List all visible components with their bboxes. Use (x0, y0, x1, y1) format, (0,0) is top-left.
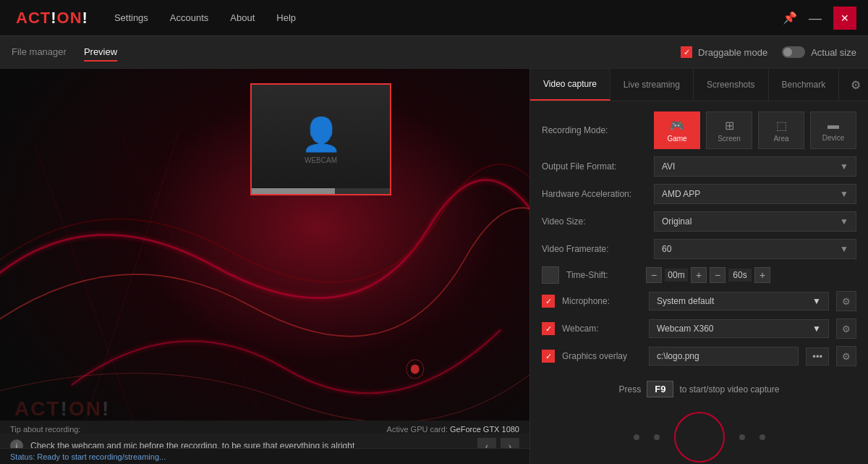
tip-label: Tip about recording: (10, 425, 80, 434)
timeshift-m-minus[interactable]: − (646, 267, 662, 283)
graphics-overlay-row: Graphics overlay c:\logo.png ••• ⚙ (542, 346, 856, 366)
draggable-mode-label: Draggable mode (681, 46, 767, 58)
nav-menu: Settings Accounts About Help (114, 12, 296, 23)
timeshift-label: Time-Shift: (566, 270, 639, 280)
preview-panel: 👤 WEBCAM ACT!ON! Tip about recording: Ac… (0, 69, 529, 464)
video-size-label: Video Size: (542, 216, 647, 227)
gpu-info: Active GPU card: GeForce GTX 1080 (387, 425, 519, 434)
indicator-dot-2 (654, 434, 660, 440)
hardware-accel-arrow: ▼ (840, 189, 848, 199)
microphone-checkbox[interactable] (542, 295, 555, 308)
timeshift-s-value: 60s (728, 269, 752, 282)
microphone-row: Microphone: System default ▼ ⚙ (542, 291, 856, 311)
webcam-settings-button[interactable]: ⚙ (836, 319, 856, 339)
hotkey-key-badge[interactable]: F9 (647, 381, 673, 397)
graphics-overlay-checkbox[interactable] (542, 350, 555, 363)
timeshift-controls: − 00m + − 60s + (646, 267, 770, 283)
graphics-overlay-label: Graphics overlay (562, 351, 642, 361)
toolbar-right: Draggable mode Actual size (681, 46, 856, 58)
nav-settings[interactable]: Settings (114, 12, 148, 23)
video-size-dropdown[interactable]: Original ▼ (654, 211, 856, 232)
status-bar: Status: Ready to start recording/streami… (0, 448, 529, 464)
timeshift-s-plus[interactable]: + (754, 267, 770, 283)
output-format-arrow: ▼ (840, 161, 848, 172)
mode-game-btn[interactable]: 🎮 Game (654, 111, 700, 149)
minimize-button[interactable]: — (809, 12, 822, 25)
screen-icon: ⊞ (725, 119, 734, 132)
right-tabs: Video capture Live streaming Screenshots… (530, 69, 868, 101)
close-button[interactable]: ✕ (833, 7, 856, 30)
file-manager-btn[interactable]: File manager (12, 43, 67, 62)
nav-help[interactable]: Help (276, 12, 296, 23)
draggable-mode-text: Draggable mode (698, 47, 767, 58)
output-format-value: AVI (662, 161, 675, 172)
game-icon: 🎮 (670, 119, 684, 132)
hardware-accel-dropdown[interactable]: AMD APP ▼ (654, 184, 856, 204)
timeshift-row: Time-Shift: − 00m + − 60s + (542, 266, 856, 284)
hotkey-row: Press F9 to start/stop video capture (542, 374, 856, 405)
status-text: Status: Ready to start recording/streami… (10, 452, 166, 461)
tab-screenshots[interactable]: Screenshots (694, 69, 769, 101)
microphone-label: Microphone: (562, 296, 642, 306)
output-format-dropdown[interactable]: AVI ▼ (654, 156, 856, 177)
recording-mode-label: Recording Mode: (542, 125, 647, 135)
webcam-row: Webcam: Webcam X360 ▼ ⚙ (542, 319, 856, 339)
webcam-label: Webcam: (562, 324, 642, 334)
video-framerate-row: Video Framerate: 60 ▼ (542, 239, 856, 259)
toolbar: File manager Preview Draggable mode Actu… (0, 36, 868, 69)
tab-benchmark[interactable]: Benchmark (769, 69, 840, 101)
mode-area-btn[interactable]: ⬚ Area (758, 111, 804, 149)
timeshift-toggle[interactable] (542, 266, 559, 284)
output-format-row: Output File Format: AVI ▼ (542, 156, 856, 177)
nav-accounts[interactable]: Accounts (170, 12, 208, 23)
tab-live-streaming[interactable]: Live streaming (610, 69, 694, 101)
preview-btn[interactable]: Preview (84, 43, 117, 62)
graphics-overlay-browse-button[interactable]: ••• (806, 347, 829, 366)
mode-area-label: Area (773, 135, 788, 143)
webcam-dropdown[interactable]: Webcam X360 ▼ (649, 319, 829, 338)
webcam-preview-box[interactable]: 👤 WEBCAM (250, 83, 391, 195)
hardware-accel-row: Hardware Acceleration: AMD APP ▼ (542, 184, 856, 204)
webcam-person-image: 👤 WEBCAM (252, 85, 390, 194)
main-area: 👤 WEBCAM ACT!ON! Tip about recording: Ac… (0, 69, 868, 464)
top-nav: ACT!ON! Settings Accounts About Help 📌 —… (0, 0, 868, 36)
webcam-value: Webcam X360 (657, 324, 714, 334)
indicator-dot-1 (634, 434, 639, 440)
hotkey-action-text: to start/stop video capture (679, 384, 779, 395)
webcam-checkbox[interactable] (542, 322, 555, 335)
area-icon: ⬚ (776, 119, 787, 132)
action-watermark: ACT!ON! (14, 397, 110, 421)
pin-icon[interactable]: 📌 (783, 11, 797, 25)
timeshift-s-minus[interactable]: − (710, 267, 726, 283)
gpu-name: GeForce GTX 1080 (450, 425, 519, 434)
actual-size-label: Actual size (782, 46, 856, 58)
right-content: Recording Mode: 🎮 Game ⊞ Screen ⬚ Area (530, 101, 868, 464)
device-icon: ▬ (827, 119, 839, 132)
app-logo: ACT!ON! (12, 7, 93, 29)
microphone-dropdown[interactable]: System default ▼ (649, 292, 829, 311)
microphone-settings-button[interactable]: ⚙ (836, 291, 856, 311)
webcam-progress-bar-container (252, 188, 390, 194)
mode-screen-label: Screen (718, 135, 741, 143)
draggable-mode-checkbox[interactable] (681, 46, 692, 58)
right-panel: Video capture Live streaming Screenshots… (529, 69, 868, 464)
microphone-arrow: ▼ (812, 296, 821, 306)
record-button[interactable] (674, 412, 725, 463)
mode-device-btn[interactable]: ▬ Device (810, 111, 856, 149)
gpu-label: Active GPU card: (387, 425, 448, 434)
graphics-overlay-settings-button[interactable]: ⚙ (836, 346, 856, 366)
video-framerate-dropdown[interactable]: 60 ▼ (654, 239, 856, 259)
mode-screen-btn[interactable]: ⊞ Screen (706, 111, 752, 149)
actual-size-text: Actual size (811, 47, 856, 58)
nav-about[interactable]: About (230, 12, 255, 23)
actual-size-toggle[interactable] (782, 46, 805, 58)
hardware-accel-value: AMD APP (662, 189, 700, 199)
tab-video-capture[interactable]: Video capture (530, 69, 610, 101)
webcam-arrow: ▼ (812, 324, 821, 334)
timeshift-m-plus[interactable]: + (691, 267, 707, 283)
mode-game-label: Game (667, 135, 686, 143)
toolbar-left: File manager Preview (12, 43, 117, 62)
mode-buttons: 🎮 Game ⊞ Screen ⬚ Area ▬ Device (654, 111, 856, 149)
panel-settings-button[interactable]: ⚙ (851, 78, 861, 92)
hotkey-press-text: Press (619, 384, 642, 395)
